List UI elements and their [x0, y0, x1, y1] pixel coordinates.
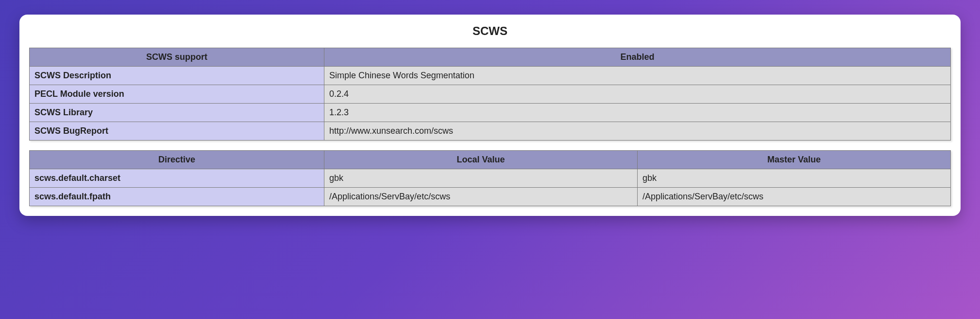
- table-row: SCWS Description Simple Chinese Words Se…: [30, 67, 951, 85]
- info-header-enabled: Enabled: [324, 48, 951, 67]
- table-row: scws.default.fpath /Applications/ServBay…: [30, 188, 951, 206]
- info-key: SCWS Library: [30, 104, 324, 122]
- info-table-header-row: SCWS support Enabled: [30, 48, 951, 67]
- directives-header-row: Directive Local Value Master Value: [30, 151, 951, 169]
- directives-table: Directive Local Value Master Value scws.…: [29, 150, 951, 206]
- table-row: SCWS BugReport http://www.xunsearch.com/…: [30, 122, 951, 141]
- info-key: SCWS BugReport: [30, 122, 324, 141]
- section-title: SCWS: [29, 24, 951, 38]
- info-header-support: SCWS support: [30, 48, 324, 67]
- info-table: SCWS support Enabled SCWS Description Si…: [29, 48, 951, 141]
- directive-header: Directive: [30, 151, 324, 169]
- directive-name: scws.default.fpath: [30, 188, 324, 206]
- phpinfo-card: SCWS SCWS support Enabled SCWS Descripti…: [19, 15, 961, 216]
- info-value: 1.2.3: [324, 104, 951, 122]
- info-value: http://www.xunsearch.com/scws: [324, 122, 951, 141]
- info-value: 0.2.4: [324, 85, 951, 104]
- directive-master: gbk: [638, 169, 951, 188]
- table-row: PECL Module version 0.2.4: [30, 85, 951, 104]
- info-key: PECL Module version: [30, 85, 324, 104]
- master-value-header: Master Value: [638, 151, 951, 169]
- directive-master: /Applications/ServBay/etc/scws: [638, 188, 951, 206]
- table-row: SCWS Library 1.2.3: [30, 104, 951, 122]
- local-value-header: Local Value: [324, 151, 638, 169]
- directive-local: /Applications/ServBay/etc/scws: [324, 188, 638, 206]
- info-key: SCWS Description: [30, 67, 324, 85]
- directive-name: scws.default.charset: [30, 169, 324, 188]
- info-value: Simple Chinese Words Segmentation: [324, 67, 951, 85]
- table-row: scws.default.charset gbk gbk: [30, 169, 951, 188]
- directive-local: gbk: [324, 169, 638, 188]
